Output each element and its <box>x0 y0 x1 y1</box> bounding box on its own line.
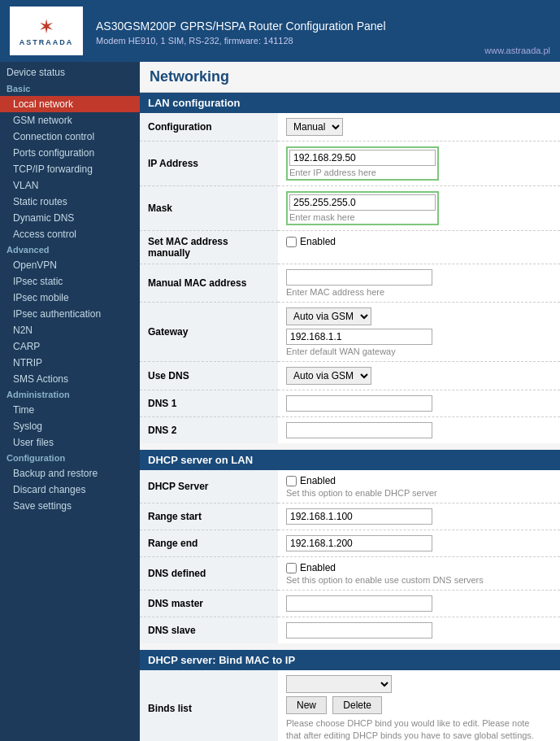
dns-master-cell <box>278 591 560 617</box>
sidebar-item-n2n[interactable]: N2N <box>0 322 140 338</box>
sidebar-section-advanced: Advanced <box>0 242 140 257</box>
dns1-label: DNS 1 <box>140 390 278 417</box>
use-dns-label: Use DNS <box>140 362 278 390</box>
main-content: Networking LAN configuration Configurati… <box>140 62 560 741</box>
dns-slave-row: DNS slave <box>140 617 560 644</box>
sidebar-section-administration: Administration <box>0 387 140 402</box>
sidebar-item-backup-restore[interactable]: Backup and restore <box>0 465 140 482</box>
config-row-manual-mac: Manual MAC address Enter MAC address her… <box>140 264 560 303</box>
configuration-select[interactable]: Manual DHCP Static <box>286 118 343 136</box>
mask-label: Mask <box>140 186 278 231</box>
dhcp-server-checkbox[interactable] <box>286 476 297 486</box>
dns1-cell <box>278 390 560 417</box>
config-row-mask: Mask Enter mask here <box>140 186 560 231</box>
dns2-cell <box>278 417 560 444</box>
sidebar-item-connection-control[interactable]: Connection control <box>0 129 140 145</box>
gateway-ip-hint: Enter default WAN gateway <box>286 347 552 356</box>
dns-defined-enabled-label[interactable]: Enabled <box>286 562 552 573</box>
sidebar-item-carp[interactable]: CARP <box>0 338 140 355</box>
gateway-label: Gateway <box>140 303 278 362</box>
sidebar-item-static-routes[interactable]: Static routes <box>0 194 140 210</box>
manual-mac-label: Manual MAC address <box>140 264 278 303</box>
new-button[interactable]: New <box>286 696 327 714</box>
sidebar-item-device-status[interactable]: Device status <box>0 62 140 81</box>
dhcp-server-hint: Set this option to enable DHCP server <box>286 488 552 498</box>
sidebar-item-local-network[interactable]: Local network <box>0 96 140 112</box>
manual-mac-input[interactable] <box>286 269 432 286</box>
logo-area: ✶ ASTRAADA <box>10 7 83 55</box>
sidebar-item-access-control[interactable]: Access control <box>0 226 140 242</box>
sidebar-item-ipsec-authentication[interactable]: IPsec authentication <box>0 306 140 322</box>
logo-box: ✶ ASTRAADA <box>10 7 83 55</box>
lan-config-table: Configuration Manual DHCP Static IP Addr… <box>140 113 560 443</box>
config-row-dns1: DNS 1 <box>140 390 560 417</box>
sidebar-item-save-settings[interactable]: Save settings <box>0 498 140 514</box>
sidebar-item-ipsec-static[interactable]: IPsec static <box>0 273 140 290</box>
sidebar-item-tcpip-forwarding[interactable]: TCP/IP forwarding <box>0 161 140 177</box>
range-start-label: Range start <box>140 503 278 530</box>
page-title: Networking <box>140 62 560 93</box>
dns-defined-checkbox[interactable] <box>286 563 297 573</box>
sidebar-item-gsm-network[interactable]: GSM network <box>0 112 140 129</box>
dhcp-bind-header: DHCP server: Bind MAC to IP <box>140 650 560 670</box>
ip-address-label: IP Address <box>140 142 278 186</box>
gateway-select[interactable]: Auto via GSM Manual <box>286 307 371 325</box>
header-title-area: AS30GSM200P GPRS/HSPA Router Configurati… <box>83 17 484 46</box>
range-start-input[interactable] <box>286 508 432 525</box>
dhcp-server-row: DHCP Server Enabled Set this option to e… <box>140 470 560 503</box>
dhcp-server-header: DHCP server on LAN <box>140 450 560 470</box>
binds-list-row: Binds list New Delete Please choose DHCP… <box>140 670 560 741</box>
sidebar-item-ntrip[interactable]: NTRIP <box>0 355 140 371</box>
dns1-input[interactable] <box>286 395 432 412</box>
dhcp-server-cell: Enabled Set this option to enable DHCP s… <box>278 470 560 503</box>
dhcp-server-table: DHCP Server Enabled Set this option to e… <box>140 470 560 643</box>
dns2-label: DNS 2 <box>140 417 278 444</box>
logo-star-icon: ✶ <box>20 15 74 38</box>
dhcp-server-label: DHCP Server <box>140 470 278 503</box>
gateway-ip-input[interactable] <box>286 329 432 345</box>
dns-slave-input[interactable] <box>286 622 432 639</box>
dns-slave-cell <box>278 617 560 644</box>
dns-defined-row: DNS defined Enabled Set this option to e… <box>140 557 560 591</box>
binds-list-label: Binds list <box>140 670 278 741</box>
sidebar-item-syslog[interactable]: Syslog <box>0 418 140 434</box>
sidebar-item-user-files[interactable]: User files <box>0 434 140 451</box>
config-row-ip-address: IP Address Enter IP address here <box>140 142 560 186</box>
mask-input[interactable] <box>289 194 436 211</box>
range-end-input[interactable] <box>286 535 432 551</box>
mask-cell: Enter mask here <box>278 186 560 231</box>
sidebar-section-configuration: Configuration <box>0 451 140 465</box>
dhcp-bind-table: Binds list New Delete Please choose DHCP… <box>140 670 560 741</box>
delete-button[interactable]: Delete <box>332 696 382 714</box>
config-row-dns2: DNS 2 <box>140 417 560 444</box>
header: ✶ ASTRAADA AS30GSM200P GPRS/HSPA Router … <box>0 0 560 62</box>
config-row-configuration: Configuration Manual DHCP Static <box>140 113 560 142</box>
binds-list-select[interactable] <box>286 675 392 693</box>
sidebar-item-ipsec-mobile[interactable]: IPsec mobile <box>0 290 140 306</box>
device-model: AS30GSM200P GPRS/HSPA Router Configurati… <box>96 17 484 34</box>
ip-address-input[interactable] <box>289 150 436 166</box>
dns-defined-hint: Set this option to enable use custom DNS… <box>286 575 552 585</box>
gateway-cell: Auto via GSM Manual Enter default WAN ga… <box>278 303 560 362</box>
sidebar-item-openvpn[interactable]: OpenVPN <box>0 257 140 273</box>
use-dns-cell: Auto via GSM Manual <box>278 362 560 390</box>
range-start-cell <box>278 503 560 530</box>
binds-list-cell: New Delete Please choose DHCP bind you w… <box>278 670 560 741</box>
sidebar-item-ports-configuration[interactable]: Ports configuration <box>0 145 140 161</box>
binds-hint: Please choose DHCP bind you would like t… <box>286 717 546 741</box>
set-mac-checkbox[interactable] <box>286 237 297 247</box>
sidebar-item-time[interactable]: Time <box>0 402 140 418</box>
config-row-set-mac: Set MAC address manually Enabled <box>140 231 560 264</box>
logo-brand: ASTRAADA <box>20 38 74 46</box>
manual-mac-hint: Enter MAC address here <box>286 287 552 297</box>
dns-master-input[interactable] <box>286 595 432 612</box>
sidebar-item-dynamic-dns[interactable]: Dynamic DNS <box>0 210 140 226</box>
sidebar-item-vlan[interactable]: VLAN <box>0 177 140 194</box>
set-mac-enabled-label[interactable]: Enabled <box>286 236 552 247</box>
use-dns-select[interactable]: Auto via GSM Manual <box>286 367 371 385</box>
sidebar-item-discard-changes[interactable]: Discard changes <box>0 482 140 498</box>
sidebar-item-sms-actions[interactable]: SMS Actions <box>0 371 140 387</box>
modem-info: Modem HE910, 1 SIM, RS-232, firmware: 14… <box>96 36 484 46</box>
dhcp-server-enabled-label[interactable]: Enabled <box>286 475 552 486</box>
dns2-input[interactable] <box>286 422 432 438</box>
